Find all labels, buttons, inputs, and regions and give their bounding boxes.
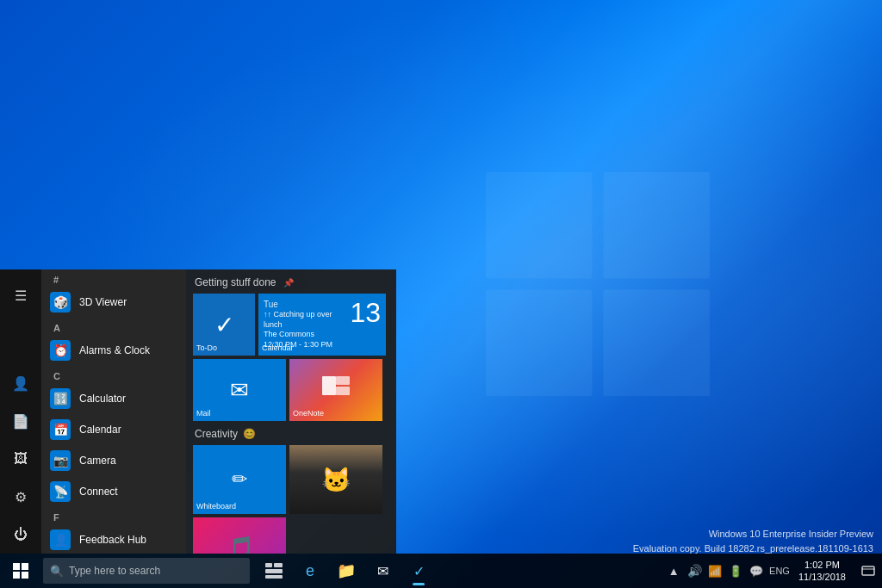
mail-taskbar-button[interactable]: ✉ — [365, 554, 400, 588]
tiles-area: Getting stuff done 📌 ✓ To-Do 13 Tue ↑↑ C… — [186, 269, 396, 554]
show-hidden-icons-button[interactable]: ▲ — [666, 565, 681, 578]
clock-time: 1:02 PM — [804, 559, 840, 571]
edge-icon: e — [306, 562, 314, 580]
tile-todo[interactable]: ✓ To-Do — [193, 294, 255, 356]
app-label-connect: Connect — [79, 486, 118, 498]
svg-rect-10 — [22, 572, 28, 579]
clock-date: 11/13/2018 — [798, 571, 846, 583]
section-hash: # — [41, 269, 186, 287]
svg-rect-4 — [322, 376, 336, 395]
taskbar-right: ▲ 🔊 📶 🔋 💬 ENG 1:02 PM 11/13/2018 — [661, 554, 882, 588]
app-label-camera: Camera — [79, 455, 116, 467]
app-icon-feedback-hub: 👤 — [50, 529, 71, 550]
music-icon: 🎵 — [225, 535, 255, 554]
power-button[interactable]: ⏻ — [0, 516, 41, 554]
svg-rect-3 — [604, 290, 711, 397]
tile-onenote[interactable]: OneNote — [289, 359, 382, 421]
mail-icon: ✉ — [230, 377, 249, 404]
calendar-label: Calendar — [262, 344, 294, 352]
tiles-row-2: ✉ Mail OneNote — [193, 359, 389, 421]
notification-icon — [861, 564, 875, 578]
app-label-feedback-hub: Feedback Hub — [79, 534, 146, 546]
app-connect[interactable]: 📡 Connect — [41, 476, 186, 507]
app-icon-alarms-clock: ⏰ — [50, 340, 71, 361]
todo-taskbar-icon: ✓ — [413, 563, 425, 579]
app-feedback-hub[interactable]: 👤 Feedback Hub — [41, 524, 186, 554]
start-button[interactable] — [0, 554, 41, 588]
watermark-line1: Windows 10 Enterprise Insider Preview — [633, 527, 873, 542]
task-view-button[interactable] — [257, 554, 291, 588]
group2-label: Creativity 😊 — [193, 428, 389, 440]
calendar-venue: The Commons — [264, 330, 381, 340]
task-view-icon — [265, 562, 283, 579]
search-placeholder: Type here to search — [69, 565, 160, 577]
file-explorer-button[interactable]: 📁 — [329, 554, 363, 588]
settings-button[interactable]: ⚙ — [0, 478, 41, 516]
notification-center-button[interactable] — [854, 554, 882, 588]
app-calendar[interactable]: 📅 Calendar — [41, 414, 186, 445]
tile-photos[interactable]: 🐱 — [289, 445, 382, 514]
cat-photo: 🐱 — [289, 445, 382, 514]
svg-rect-1 — [604, 172, 711, 279]
app-icon-camera: 📷 — [50, 450, 71, 471]
svg-rect-12 — [274, 563, 283, 567]
clock[interactable]: 1:02 PM 11/13/2018 — [790, 554, 854, 588]
edge-browser-button[interactable]: e — [293, 554, 327, 588]
section-a: A — [41, 318, 186, 335]
app-icon-calculator: 🔢 — [50, 388, 71, 409]
battery-icon[interactable]: 🔋 — [728, 565, 743, 578]
app-3d-viewer[interactable]: 🎲 3D Viewer — [41, 287, 186, 318]
tiles-row-1: ✓ To-Do 13 Tue ↑↑ Catching up over lunch… — [193, 294, 389, 356]
user-account-button[interactable]: 👤 — [0, 364, 41, 402]
app-icon-connect: 📡 — [50, 481, 71, 502]
taskbar: 🔍 Type here to search e 📁 — [0, 554, 882, 588]
svg-rect-13 — [265, 569, 283, 573]
watermark: Windows 10 Enterprise Insider Preview Ev… — [633, 527, 873, 555]
app-icon-calendar: 📅 — [50, 419, 71, 440]
app-label-3d-viewer: 3D Viewer — [79, 296, 127, 308]
todo-label: To-Do — [196, 344, 217, 352]
app-alarms-clock[interactable]: ⏰ Alarms & Clock — [41, 335, 186, 366]
section-c: C — [41, 366, 186, 383]
todo-taskbar-button[interactable]: ✓ — [401, 554, 436, 588]
todo-checkmark-icon: ✓ — [214, 311, 234, 339]
folder-icon: 📁 — [337, 561, 356, 580]
svg-rect-14 — [265, 575, 283, 579]
tile-calendar[interactable]: 13 Tue ↑↑ Catching up over lunch The Com… — [258, 294, 386, 356]
language-indicator[interactable]: ENG — [769, 566, 790, 576]
documents-button[interactable]: 📄 — [0, 402, 41, 440]
search-icon: 🔍 — [50, 565, 64, 578]
app-label-alarms-clock: Alarms & Clock — [79, 344, 150, 356]
calendar-dayname: Tue — [264, 299, 381, 310]
network-icon[interactable]: 📶 — [707, 565, 723, 578]
tile-mail[interactable]: ✉ Mail — [193, 359, 286, 421]
app-label-calendar: Calendar — [79, 424, 121, 436]
tile-groove-music[interactable]: 🎵 — [193, 517, 286, 554]
desktop: Windows 10 Enterprise Insider Preview Ev… — [0, 0, 882, 588]
app-icon-3d-viewer: 🎲 — [50, 292, 71, 313]
app-calculator[interactable]: 🔢 Calculator — [41, 383, 186, 414]
apps-list: # 🎲 3D Viewer A ⏰ Alarms & Clock C 🔢 Cal… — [41, 269, 186, 554]
svg-rect-2 — [486, 290, 593, 397]
tiles-row-4: 🎵 — [193, 517, 389, 554]
svg-rect-7 — [13, 563, 20, 570]
tile-whiteboard[interactable]: ✏ Whiteboard — [193, 445, 286, 514]
svg-rect-6 — [336, 387, 350, 395]
app-camera[interactable]: 📷 Camera — [41, 445, 186, 476]
taskbar-icons: e 📁 ✉ ✓ — [257, 554, 436, 588]
svg-rect-0 — [486, 172, 593, 279]
start-menu: ☰ 👤 📄 🖼 ⚙ ⏻ # 🎲 3D Viewer A ⏰ Alarms & C… — [0, 269, 396, 554]
creativity-emoji: 😊 — [243, 428, 256, 440]
svg-rect-5 — [336, 376, 350, 385]
whiteboard-icon: ✏ — [232, 468, 247, 491]
sys-tray: ▲ 🔊 📶 🔋 💬 — [661, 554, 769, 588]
hamburger-menu-button[interactable]: ☰ — [0, 276, 41, 314]
volume-icon[interactable]: 🔊 — [686, 564, 702, 578]
app-label-calculator: Calculator — [79, 393, 126, 405]
tiles-row-3: ✏ Whiteboard 🐱 — [193, 445, 389, 514]
mail-taskbar-icon: ✉ — [377, 563, 388, 579]
pictures-button[interactable]: 🖼 — [0, 440, 41, 478]
search-bar[interactable]: 🔍 Type here to search — [43, 558, 250, 584]
svg-rect-9 — [13, 572, 20, 579]
action-center-msg-icon[interactable]: 💬 — [748, 565, 764, 578]
